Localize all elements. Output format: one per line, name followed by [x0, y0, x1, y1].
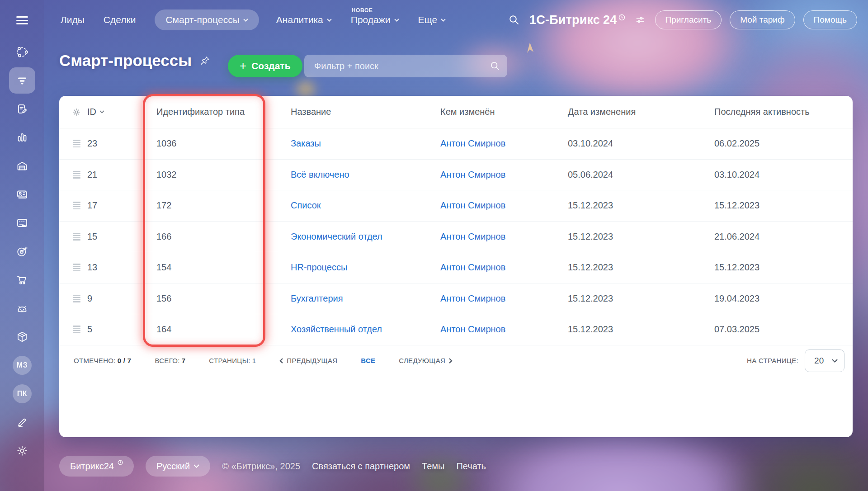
mouse-cursor [525, 42, 534, 53]
robot-icon [15, 302, 29, 315]
modified-by-link[interactable]: Антон Смирнов [440, 170, 568, 180]
cell-type-id: 1032 [156, 170, 291, 180]
sidebar-item-contacts[interactable] [8, 180, 37, 209]
language-select[interactable]: Русский [146, 456, 210, 477]
chevron-down-icon [441, 19, 446, 22]
cell-type-id: 166 [156, 231, 291, 242]
column-header-last-activity[interactable]: Последняя активность [714, 107, 853, 117]
sidebar-item-warehouse[interactable] [8, 152, 37, 180]
sidebar-item-reports[interactable] [8, 123, 37, 152]
nav-item-analytics[interactable]: Аналитика [276, 14, 332, 25]
cell-type-id: 154 [156, 262, 291, 273]
workgroup-badge-pk: ПК [13, 384, 32, 403]
cell-last-activity: 21.06.2024 [714, 231, 853, 242]
modified-by-link[interactable]: Антон Смирнов [440, 231, 568, 242]
nav-item-smart-processes[interactable]: Смарт-процессы [155, 9, 259, 30]
sidebar-item-workgroup-mz[interactable]: МЗ [8, 351, 37, 380]
column-header-id[interactable]: ID [87, 107, 156, 117]
process-name-link[interactable]: Хозяйственный отдел [291, 324, 440, 335]
sidebar-item-calendar[interactable] [8, 209, 37, 237]
invite-button[interactable]: Пригласить [655, 10, 722, 29]
cell-last-activity: 15.12.2023 [714, 200, 853, 211]
table-row: 15 166 Экономический отдел Антон Смирнов… [59, 222, 853, 253]
cell-id: 5 [87, 324, 156, 335]
sidebar: МЗ ПК [0, 0, 44, 491]
search-icon [509, 14, 519, 25]
my-plan-button[interactable]: Мой тариф [730, 10, 795, 29]
menu-toggle-button[interactable] [14, 14, 31, 27]
nav-item-sales[interactable]: НОВОЕ Продажи [351, 14, 399, 25]
column-header-modified-date[interactable]: Дата изменения [568, 107, 714, 117]
column-header-modified-by[interactable]: Кем изменён [440, 107, 568, 117]
process-name-link[interactable]: Заказы [291, 138, 440, 149]
filter-search-input[interactable] [313, 61, 490, 72]
sidebar-item-sign[interactable] [8, 408, 37, 437]
drag-handle-icon[interactable] [71, 231, 82, 242]
checked-counter: ОТМЕЧЕНО:0 / 7 [74, 357, 131, 364]
footer-link-partner[interactable]: Связаться с партнером [312, 461, 410, 472]
drag-handle-icon[interactable] [71, 138, 82, 149]
process-name-link[interactable]: Бухгалтерия [291, 293, 440, 304]
sidebar-item-tasks[interactable] [8, 95, 37, 123]
show-all-button[interactable]: ВСЕ [361, 357, 375, 364]
sidebar-item-crm[interactable] [8, 66, 37, 95]
grid-settings-button[interactable] [70, 105, 83, 119]
search-button[interactable] [507, 13, 521, 27]
next-page-button[interactable]: СЛЕДУЮЩАЯ [399, 357, 453, 364]
process-name-link[interactable]: HR-процессы [291, 262, 440, 273]
process-name-link[interactable]: Всё включено [291, 170, 440, 180]
document-edit-icon [15, 102, 29, 116]
modified-by-link[interactable]: Антон Смирнов [440, 138, 568, 149]
modified-by-link[interactable]: Антон Смирнов [440, 324, 568, 335]
drag-handle-icon[interactable] [71, 169, 82, 180]
help-button[interactable]: Помощь [803, 10, 857, 29]
network-icon [15, 45, 29, 59]
cell-last-activity: 19.04.2023 [714, 293, 853, 304]
nav-item-deals[interactable]: Сделки [104, 14, 136, 25]
column-header-name[interactable]: Название [291, 107, 440, 117]
drag-handle-icon[interactable] [71, 324, 82, 335]
sliders-icon [635, 15, 645, 25]
topbar-right: 1С-Битрикс 24 Пригласить Мой тариф Помощ… [507, 10, 868, 29]
sidebar-item-settings[interactable] [8, 437, 37, 465]
column-header-type-id[interactable]: Идентификатор типа [156, 107, 291, 117]
sidebar-item-shop[interactable] [8, 266, 37, 294]
sidebar-icon-stack: МЗ ПК [8, 38, 37, 465]
modified-by-link[interactable]: Антон Смирнов [440, 200, 568, 211]
modified-by-link[interactable]: Антон Смирнов [440, 262, 568, 273]
signature-icon [15, 415, 29, 429]
clock-mark-icon [118, 460, 123, 465]
sidebar-item-workgroup-pk[interactable]: ПК [8, 380, 37, 408]
sidebar-item-catalog[interactable] [8, 323, 37, 351]
sidebar-item-chatbot[interactable] [8, 294, 37, 323]
grid-card: ID Идентификатор типа Название Кем измен… [59, 96, 853, 437]
footer-link-print[interactable]: Печать [456, 461, 486, 472]
nav-item-more[interactable]: Еще [418, 14, 446, 25]
create-button[interactable]: + Создать [228, 55, 302, 77]
cell-modified-date: 15.12.2023 [568, 200, 714, 211]
drag-handle-icon[interactable] [71, 200, 82, 211]
page-title: Смарт-процессы [59, 52, 192, 70]
contact-card-icon [15, 188, 29, 201]
nav-item-leads[interactable]: Лиды [61, 14, 85, 25]
table-row: 21 1032 Всё включено Антон Смирнов 05.06… [59, 160, 853, 191]
footer-link-themes[interactable]: Темы [422, 461, 444, 472]
drag-handle-icon[interactable] [71, 293, 82, 304]
cell-modified-date: 15.12.2023 [568, 293, 714, 304]
sidebar-item-network[interactable] [8, 38, 37, 66]
process-name-link[interactable]: Экономический отдел [291, 231, 440, 242]
footer-brand-button[interactable]: Битрикс24 [59, 456, 134, 477]
sort-chevron-icon [99, 110, 104, 113]
cell-id: 21 [87, 170, 156, 180]
drag-handle-icon[interactable] [71, 262, 82, 273]
filter-search-box[interactable] [304, 55, 507, 77]
cell-type-id: 172 [156, 200, 291, 211]
process-name-link[interactable]: Список [291, 200, 440, 211]
modified-by-link[interactable]: Антон Смирнов [440, 293, 568, 304]
per-page-select[interactable]: 20 [805, 349, 844, 372]
sidebar-item-marketing[interactable] [8, 237, 37, 266]
chevron-left-icon [279, 358, 283, 364]
tariff-sliders-button[interactable] [633, 13, 647, 27]
prev-page-button[interactable]: ПРЕДЫДУЩАЯ [279, 357, 337, 364]
pin-page-button[interactable] [199, 54, 212, 67]
